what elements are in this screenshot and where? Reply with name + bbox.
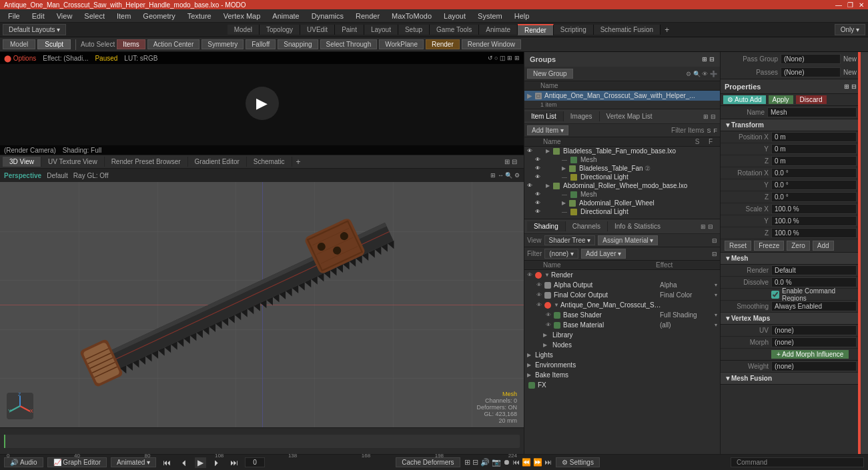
add-morph-btn[interactable]: + Add Morph Influence: [771, 350, 849, 359]
tab-animate[interactable]: Animate: [479, 25, 518, 35]
snapping-btn[interactable]: Snapping: [278, 39, 318, 49]
tab-shading[interactable]: Shading: [527, 221, 566, 231]
shading-row-lights[interactable]: ▶ Lights: [524, 350, 720, 360]
reset-btn[interactable]: Reset: [725, 241, 751, 251]
transport-end[interactable]: ⏭: [228, 457, 241, 468]
weight-value[interactable]: (none): [771, 361, 857, 371]
render-value[interactable]: Default: [771, 265, 857, 275]
shading-row-scene[interactable]: 👁 ▼ Antique_One_Man_Crosscut_Saw_wit...: [534, 300, 720, 310]
list-item[interactable]: 👁 — Directional Light: [532, 173, 720, 181]
discard-btn[interactable]: Discard: [796, 95, 827, 104]
tab-channels[interactable]: Channels: [566, 221, 608, 231]
menu-dynamics[interactable]: Dynamics: [306, 11, 349, 21]
frame-number[interactable]: 0: [245, 457, 265, 467]
shading-row-alpha[interactable]: 👁 Alpha Output Alpha ▾: [534, 280, 720, 290]
tab-paint[interactable]: Paint: [335, 25, 364, 35]
freeze-btn[interactable]: Freeze: [754, 241, 784, 251]
viewport-raygl[interactable]: Ray GL: Off: [73, 172, 109, 179]
new-group-btn[interactable]: New Group: [527, 69, 573, 79]
audio-btn[interactable]: 🔊 Audio: [4, 457, 43, 467]
menu-maxtomodo[interactable]: MaxToModo: [386, 11, 437, 21]
shading-icons[interactable]: ⊟: [712, 237, 717, 244]
vertexmaps-section-header[interactable]: ▼ Vertex Maps: [721, 313, 861, 325]
layout-preset-dropdown[interactable]: Default Layouts ▾: [3, 24, 66, 35]
name-value[interactable]: Mesh: [767, 107, 857, 117]
preview-options[interactable]: ⬤ Options: [4, 55, 36, 62]
viewport-shading-label[interactable]: Default: [47, 172, 68, 179]
enable-cmd-checkbox[interactable]: [771, 291, 779, 299]
view-value[interactable]: Shader Tree ▾: [544, 235, 596, 245]
action-center-btn[interactable]: Action Center: [147, 39, 200, 49]
transport-rewind[interactable]: ⏮: [160, 457, 173, 468]
maximize-btn[interactable]: ❐: [847, 1, 853, 9]
tab-render[interactable]: Render: [518, 24, 554, 35]
tab-images[interactable]: Images: [564, 111, 600, 121]
list-item[interactable]: 👁 — Directional Light: [532, 207, 720, 216]
auto-add-btn[interactable]: ⚙ Auto Add: [723, 95, 766, 104]
timeline-bar[interactable]: 04080108138168198224: [4, 435, 520, 448]
menu-vertexmap[interactable]: Vertex Map: [218, 11, 266, 21]
animated-btn[interactable]: Animated ▾: [111, 457, 156, 467]
add-tab-btn[interactable]: +: [661, 24, 673, 36]
zero-btn[interactable]: Zero: [787, 241, 810, 251]
mode-sculpt[interactable]: Sculpt: [37, 39, 71, 49]
rotation-y[interactable]: 0.0 °: [771, 180, 857, 190]
settings-btn[interactable]: ⚙ Settings: [556, 457, 600, 467]
list-item[interactable]: 👁 ▶ Abdominal_Roller_Wheel: [532, 199, 720, 207]
viewport-controls[interactable]: ⊞ ↔ 🔍 ⚙: [490, 172, 520, 179]
shading-content[interactable]: 👁 ▼ Render 👁 Alpha Output Alpha ▾ 👁: [524, 270, 720, 454]
menu-file[interactable]: File: [3, 11, 25, 21]
groups-icons[interactable]: ⚙ 🔍 👁 ➕: [686, 71, 717, 77]
transport-fwd[interactable]: ⏵: [210, 457, 224, 468]
pass-group-btn[interactable]: New: [843, 55, 857, 63]
menu-geometry[interactable]: Geometry: [137, 11, 180, 21]
filter-s[interactable]: S: [707, 127, 711, 134]
menu-edit[interactable]: Edit: [27, 11, 50, 21]
menu-help[interactable]: Help: [509, 11, 535, 21]
shading-row-basematerial[interactable]: 👁 Base Material (all) ▾: [543, 320, 720, 330]
menu-view[interactable]: View: [51, 11, 78, 21]
mode-model[interactable]: Model: [3, 39, 35, 49]
pass-group-value[interactable]: (None): [781, 54, 841, 64]
tab-itemlist[interactable]: Item List: [524, 111, 564, 121]
preview-play-btn[interactable]: ▶: [246, 87, 279, 120]
scale-z[interactable]: 100.0 %: [771, 228, 857, 238]
scale-y[interactable]: 100.0 %: [771, 216, 857, 226]
symmetry-btn[interactable]: Symmetry: [201, 39, 244, 49]
titlebar-controls[interactable]: — ❐ ✕: [835, 1, 864, 9]
workplane-btn[interactable]: WorkPlane: [379, 39, 424, 49]
rotation-z[interactable]: 0.0 °: [771, 192, 857, 202]
shading-row-environments[interactable]: ▶ Environments: [524, 360, 720, 370]
menu-layout[interactable]: Layout: [438, 11, 471, 21]
tab-model[interactable]: Model: [228, 25, 260, 35]
menu-render[interactable]: Render: [350, 11, 385, 21]
assign-material-btn[interactable]: Assign Material ▾: [598, 235, 658, 245]
uv-value[interactable]: (none): [771, 325, 857, 335]
transport-back[interactable]: ⏴: [177, 457, 191, 468]
transport-icons-right[interactable]: ⊞ ⊟ 🔊 📷 ⏺ ⏮ ⏪ ⏩ ⏭: [464, 458, 552, 467]
add-btn[interactable]: Add: [813, 241, 834, 251]
menu-select[interactable]: Select: [79, 11, 110, 21]
passes-value[interactable]: (None): [781, 67, 841, 77]
tab-scripting[interactable]: Scripting: [554, 25, 594, 35]
shading-row-finalcolor[interactable]: 👁 Final Color Output Final Color ▾: [534, 290, 720, 300]
dissolve-value[interactable]: 0.0 %: [771, 277, 857, 287]
tab-vertexmaplist[interactable]: Vertex Map List: [600, 111, 659, 121]
tab-uvtexture[interactable]: UV Texture View: [41, 157, 105, 167]
tab-renderpreset[interactable]: Render Preset Browser: [105, 157, 188, 167]
filter-icons[interactable]: ⊟: [712, 251, 717, 257]
properties-expand[interactable]: ⊞ ⊟: [844, 83, 857, 90]
smoothing-value[interactable]: Always Enabled: [771, 301, 857, 311]
items-btn[interactable]: Items: [117, 39, 145, 49]
tab-gametools[interactable]: Game Tools: [430, 25, 479, 35]
shading-row-nodes[interactable]: 👁 ▶ Nodes: [534, 340, 720, 350]
list-item[interactable]: 👁 — Mesh: [532, 190, 720, 199]
close-btn[interactable]: ✕: [859, 1, 864, 9]
rotation-x[interactable]: 0.0 °: [771, 168, 857, 178]
shading-row-render[interactable]: 👁 ▼ Render: [524, 270, 720, 280]
menu-item[interactable]: Item: [111, 11, 136, 21]
position-x[interactable]: 0 m: [771, 132, 857, 142]
shading-row-baseshader[interactable]: 👁 Base Shader Full Shading ▾: [543, 310, 720, 320]
filter-f[interactable]: F: [714, 127, 718, 134]
graph-editor-btn[interactable]: 📈 Graph Editor: [47, 457, 107, 467]
